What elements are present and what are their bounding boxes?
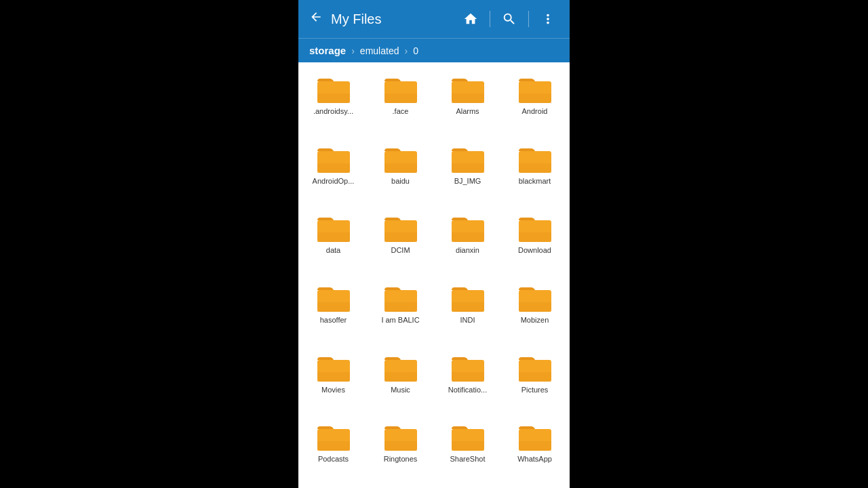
folder-item[interactable]: BJ_IMG bbox=[435, 138, 500, 205]
svg-rect-13 bbox=[452, 163, 484, 173]
folder-name: .androidsy... bbox=[313, 107, 353, 116]
svg-rect-17 bbox=[317, 232, 350, 242]
folder-icon bbox=[517, 353, 553, 383]
folder-icon bbox=[316, 144, 351, 174]
folder-name: data bbox=[326, 246, 340, 255]
svg-rect-29 bbox=[452, 302, 484, 312]
folder-item[interactable]: Download bbox=[502, 207, 567, 274]
folder-item[interactable]: blackmart bbox=[502, 138, 567, 205]
folder-name: Podcasts bbox=[318, 455, 349, 464]
svg-rect-41 bbox=[317, 441, 350, 451]
folder-name: dianxin bbox=[456, 246, 479, 255]
folder-item[interactable]: AndroidOp... bbox=[301, 138, 366, 205]
folder-icon bbox=[517, 144, 553, 174]
file-grid: .androidsy... .face Alarms bbox=[298, 62, 570, 488]
divider-1 bbox=[490, 11, 490, 27]
folder-icon bbox=[450, 144, 486, 174]
phone-container: My Files storage › emulat bbox=[298, 0, 570, 488]
folder-name: Mobizen bbox=[521, 316, 549, 325]
folder-item[interactable]: Podcasts bbox=[301, 415, 366, 483]
breadcrumb-emulated[interactable]: emulated bbox=[360, 45, 399, 56]
folder-icon bbox=[517, 283, 553, 313]
folder-icon bbox=[383, 75, 418, 104]
folder-item[interactable]: DCIM bbox=[368, 207, 433, 274]
folder-name: baidu bbox=[391, 177, 410, 186]
folder-name: Ringtones bbox=[384, 455, 418, 464]
folder-name: blackmart bbox=[519, 177, 551, 186]
svg-rect-7 bbox=[519, 94, 551, 103]
breadcrumb: storage › emulated › 0 bbox=[298, 38, 570, 62]
folder-item[interactable]: data bbox=[301, 207, 366, 274]
folder-item[interactable]: Alarms bbox=[435, 68, 500, 135]
breadcrumb-storage[interactable]: storage bbox=[309, 45, 346, 56]
folder-name: .face bbox=[393, 107, 409, 116]
folder-item[interactable]: .face bbox=[368, 68, 433, 135]
folder-name: WhatsApp bbox=[517, 455, 552, 464]
folder-item[interactable]: WhatsApp bbox=[502, 415, 567, 483]
svg-rect-9 bbox=[317, 163, 350, 173]
svg-rect-27 bbox=[384, 302, 417, 312]
folder-item[interactable]: hasoffer bbox=[301, 277, 366, 344]
svg-rect-23 bbox=[519, 232, 551, 242]
folder-name: Alarms bbox=[456, 107, 479, 116]
back-button[interactable] bbox=[307, 7, 326, 30]
folder-name: INDI bbox=[460, 316, 475, 325]
folder-item[interactable]: .androidsy... bbox=[301, 68, 366, 135]
svg-rect-21 bbox=[452, 232, 484, 242]
folder-name: Download bbox=[518, 246, 551, 255]
folder-name: AndroidOp... bbox=[313, 177, 355, 186]
svg-rect-5 bbox=[452, 94, 484, 103]
folder-item[interactable]: ShareShot bbox=[435, 415, 500, 483]
folder-item[interactable]: Ringtones bbox=[368, 415, 433, 483]
folder-item[interactable]: Music bbox=[368, 346, 433, 413]
folder-icon bbox=[383, 353, 418, 383]
folder-item[interactable]: INDI bbox=[435, 277, 500, 344]
folder-item[interactable]: Mobizen bbox=[502, 277, 567, 344]
folder-name: Notificatio... bbox=[448, 386, 487, 394]
folder-name: BJ_IMG bbox=[454, 177, 481, 186]
folder-icon bbox=[383, 283, 418, 313]
svg-rect-15 bbox=[519, 163, 551, 173]
svg-rect-33 bbox=[317, 372, 350, 382]
folder-icon bbox=[383, 422, 418, 452]
folder-name: DCIM bbox=[391, 246, 410, 255]
divider-2 bbox=[528, 11, 529, 27]
folder-icon bbox=[517, 75, 553, 104]
folder-icon bbox=[383, 144, 418, 174]
folder-icon bbox=[316, 214, 351, 243]
folder-name: Pictures bbox=[521, 386, 549, 394]
breadcrumb-0[interactable]: 0 bbox=[413, 45, 418, 56]
folder-name: Android bbox=[522, 107, 548, 116]
svg-rect-25 bbox=[317, 302, 350, 312]
folder-item[interactable]: baidu bbox=[368, 138, 433, 205]
search-button[interactable] bbox=[496, 5, 523, 33]
folder-icon bbox=[450, 214, 486, 243]
folder-item[interactable]: I am BALIC bbox=[368, 277, 433, 344]
folder-icon bbox=[316, 353, 351, 383]
folder-icon bbox=[316, 283, 351, 313]
folder-icon bbox=[316, 75, 351, 104]
folder-item[interactable]: Notificatio... bbox=[435, 346, 500, 413]
header-icons bbox=[457, 5, 561, 33]
header: My Files bbox=[298, 0, 570, 38]
folder-name: hasoffer bbox=[320, 316, 347, 325]
svg-rect-35 bbox=[384, 372, 417, 382]
folder-item[interactable]: Movies bbox=[301, 346, 366, 413]
svg-rect-31 bbox=[519, 302, 551, 312]
folder-item[interactable]: dianxin bbox=[435, 207, 500, 274]
svg-rect-19 bbox=[384, 232, 417, 242]
svg-rect-47 bbox=[519, 441, 551, 451]
folder-icon bbox=[450, 75, 486, 104]
page-title: My Files bbox=[331, 12, 452, 27]
folder-item[interactable]: Android bbox=[502, 68, 567, 135]
folder-name: Movies bbox=[321, 386, 345, 394]
home-button[interactable] bbox=[457, 5, 484, 33]
svg-rect-1 bbox=[317, 94, 350, 103]
svg-rect-43 bbox=[384, 441, 417, 451]
folder-name: ShareShot bbox=[450, 455, 486, 464]
svg-rect-45 bbox=[452, 441, 484, 451]
more-button[interactable] bbox=[534, 5, 561, 33]
svg-rect-11 bbox=[384, 163, 417, 173]
folder-name: Music bbox=[391, 386, 410, 394]
folder-item[interactable]: Pictures bbox=[502, 346, 567, 413]
